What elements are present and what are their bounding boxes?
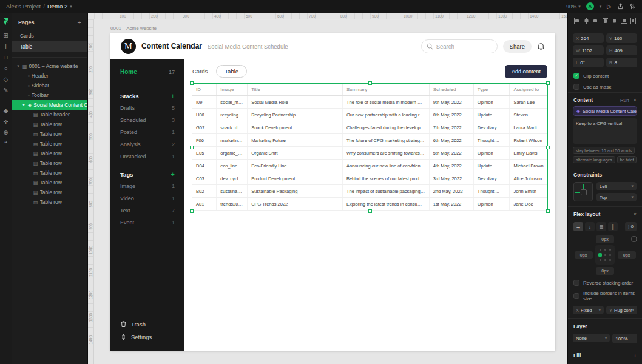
- horizontal-constraint-select[interactable]: Left ▾: [596, 182, 637, 190]
- table-row[interactable]: A01trends202 ...CPG Trends 2022Exploring…: [192, 198, 547, 211]
- vector-tool-icon[interactable]: ◇: [1, 74, 11, 84]
- table-row[interactable]: I09social_me ...Social Media RoleThe rol…: [192, 96, 547, 109]
- ellipse-tool-icon[interactable]: ○: [1, 63, 11, 73]
- text-tool-icon[interactable]: T: [1, 41, 11, 51]
- artboard[interactable]: M Content Calendar Social Media Content …: [110, 33, 555, 351]
- nav-item-home[interactable]: Home 17: [110, 67, 184, 77]
- breadcrumb[interactable]: Alex's Project / Demo 2 ▾: [6, 3, 72, 10]
- frame-label[interactable]: 0001 – Acme website: [110, 25, 157, 31]
- page-item[interactable]: Table: [12, 41, 87, 52]
- nav-item[interactable]: Text7: [110, 204, 184, 217]
- layer-item[interactable]: ▤Table row: [12, 158, 87, 168]
- table-row[interactable]: C03dev_cycle. ...Product DevelopmentBehi…: [192, 172, 547, 185]
- padding-right-field[interactable]: 0px: [618, 251, 636, 259]
- selection-handle-e[interactable]: [546, 146, 550, 149]
- search-bar[interactable]: [421, 39, 498, 53]
- x-sizing-select[interactable]: X Fixed ▾: [573, 306, 604, 314]
- avatar[interactable]: A: [586, 2, 594, 10]
- opacity-field[interactable]: 100%: [612, 334, 637, 343]
- wrap-icon[interactable]: ≣: [596, 222, 606, 231]
- checkbox-checked-icon[interactable]: ✓: [573, 73, 579, 79]
- table-row[interactable]: B02sustainabil ...Sustainable PackagingT…: [192, 185, 547, 198]
- vertical-constraint-select[interactable]: Top ▾: [596, 193, 637, 201]
- align-grid[interactable]: [595, 245, 615, 265]
- distribute-icon[interactable]: [630, 18, 637, 24]
- share-icon[interactable]: [617, 3, 624, 10]
- layer-item[interactable]: ▫Toolbar: [12, 90, 87, 100]
- tab-cards[interactable]: Cards: [192, 68, 208, 75]
- align-center-horizontal-icon[interactable]: [583, 18, 590, 24]
- chevron-down-icon[interactable]: ▾: [70, 4, 72, 9]
- align-left-icon[interactable]: [573, 18, 580, 24]
- padding-split-icon[interactable]: [631, 236, 637, 242]
- comment-tool-icon[interactable]: ❝: [1, 138, 11, 148]
- design-table[interactable]: IDImageTitleSummaryScheduledTypeAssigned…: [192, 84, 547, 211]
- align-dot[interactable]: [609, 249, 611, 251]
- padding-bottom-field[interactable]: 0px: [596, 267, 614, 275]
- add-icon[interactable]: +: [171, 92, 175, 99]
- align-dot[interactable]: [600, 249, 601, 251]
- share-button[interactable]: Share: [503, 40, 532, 53]
- insert-tool-icon[interactable]: ⊞: [1, 30, 11, 40]
- layer-item[interactable]: ▾◈Social Media Content Ca...: [12, 100, 87, 110]
- nav-item[interactable]: Unstacked1: [110, 150, 184, 163]
- checkbox-icon[interactable]: [573, 293, 579, 299]
- nav-item-trash[interactable]: Trash: [110, 317, 184, 331]
- align-right-icon[interactable]: [592, 18, 599, 24]
- y-position-field[interactable]: Y160: [606, 33, 637, 43]
- add-icon[interactable]: +: [171, 170, 175, 178]
- table-row[interactable]: D04eco_line.jp ...Eco-Friendly LineAnnou…: [192, 160, 547, 172]
- bell-icon[interactable]: [537, 42, 545, 50]
- pan-tool-icon[interactable]: ✛: [1, 116, 11, 126]
- layer-item[interactable]: ▤Table header: [12, 110, 87, 120]
- selection-handle-s[interactable]: [368, 209, 372, 213]
- layer-item[interactable]: ▤Table row: [12, 187, 87, 197]
- close-icon[interactable]: ×: [634, 97, 637, 103]
- radius-field[interactable]: R8: [606, 58, 637, 67]
- selection-handle-w[interactable]: [190, 146, 194, 149]
- table-row[interactable]: H08recycling_ ...Recycling PartnershipOu…: [192, 109, 547, 121]
- nav-item[interactable]: Video1: [110, 192, 184, 204]
- layer-item[interactable]: ▫Header: [12, 71, 87, 81]
- search-input[interactable]: [436, 43, 492, 50]
- layer-item[interactable]: ▤Table row: [12, 120, 87, 129]
- blend-mode-select[interactable]: None ▾: [573, 334, 610, 342]
- close-icon[interactable]: ×: [634, 211, 637, 217]
- add-page-icon[interactable]: +: [78, 19, 81, 26]
- canvas[interactable]: 1002003004005006007008009001000110012001…: [88, 13, 567, 364]
- selection-handle-se[interactable]: [546, 209, 550, 213]
- width-field[interactable]: W1152: [573, 46, 604, 55]
- use-as-mask-row[interactable]: Use as mask: [568, 81, 642, 92]
- selection-handle-sw[interactable]: [190, 209, 194, 213]
- selection-handle-n[interactable]: [368, 81, 372, 85]
- pen-tool-icon[interactable]: ✎: [1, 85, 11, 95]
- align-dot[interactable]: [600, 259, 601, 261]
- direction-horizontal-icon[interactable]: →: [573, 222, 583, 231]
- padding-left-field[interactable]: 0px: [575, 251, 593, 259]
- align-dot[interactable]: [604, 249, 606, 251]
- rotation-field[interactable]: L0°: [573, 58, 604, 67]
- align-center-vertical-icon[interactable]: [611, 18, 618, 24]
- checkbox-icon[interactable]: [573, 84, 579, 90]
- nav-item[interactable]: Event1: [110, 217, 184, 229]
- component-chip[interactable]: ◈ Social Media Content Calendar: [573, 106, 637, 116]
- align-top-icon[interactable]: [602, 18, 609, 24]
- constraints-diagram[interactable]: [573, 182, 593, 201]
- align-dot[interactable]: [609, 254, 611, 256]
- sliders-icon[interactable]: [629, 3, 636, 10]
- play-button[interactable]: ▷: [607, 3, 612, 10]
- align-bottom-icon[interactable]: [621, 18, 627, 24]
- layer-item[interactable]: ▾▦0001 – Acme website: [12, 61, 87, 71]
- layer-item[interactable]: ▤Table row: [12, 178, 87, 187]
- align-dot[interactable]: [598, 253, 602, 257]
- avatar-chevron-icon[interactable]: ▾: [600, 4, 602, 9]
- nav-item[interactable]: Scheduled3: [110, 114, 184, 126]
- prompt-textarea[interactable]: Keep to a CPG vertical: [573, 118, 637, 144]
- frame-tool-icon[interactable]: □: [1, 52, 11, 62]
- ink-tool-icon[interactable]: ◆: [1, 106, 11, 115]
- align-dot[interactable]: [604, 254, 606, 256]
- layer-item[interactable]: ▤Table row: [12, 129, 87, 139]
- align-dot[interactable]: [609, 259, 611, 261]
- direction-vertical-icon[interactable]: ↓: [585, 222, 595, 231]
- zoom-tool-icon[interactable]: ⊕: [1, 127, 11, 137]
